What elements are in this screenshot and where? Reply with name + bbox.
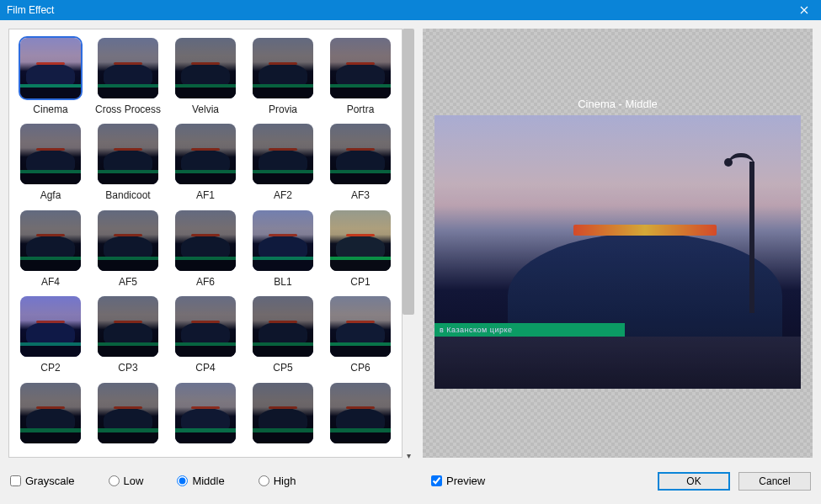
intensity-middle-label: Middle — [192, 475, 224, 487]
effect-label: CP3 — [118, 362, 137, 374]
preview-title: Cinema - Middle — [578, 98, 658, 110]
intensity-middle-radio[interactable]: Middle — [177, 475, 224, 487]
scrollbar[interactable]: ▴ ▾ — [403, 29, 414, 458]
effect-label: AF3 — [351, 189, 370, 201]
effect-label: AF5 — [119, 276, 137, 288]
effect-thumb — [173, 36, 237, 100]
effect-label: CP4 — [195, 362, 215, 374]
effect-label: Agfa — [40, 189, 61, 201]
ok-button[interactable]: OK — [658, 472, 730, 491]
effect-thumb — [328, 294, 392, 358]
effect-cell-provia[interactable]: Provia — [248, 36, 317, 117]
effect-label: Cross Process — [95, 103, 161, 115]
effect-cell-row24[interactable] — [326, 381, 395, 450]
effect-thumb — [251, 209, 315, 273]
preview-checkbox[interactable]: Preview — [431, 475, 485, 487]
effect-cell-af4[interactable]: AF4 — [16, 209, 85, 289]
effect-thumb — [173, 209, 237, 273]
effect-cell-cinema[interactable]: Cinema — [16, 36, 85, 117]
effects-grid: Cinema Cross Process Velvia Provia — [16, 36, 402, 450]
grayscale-checkbox[interactable]: Grayscale — [10, 475, 75, 487]
effect-thumb — [96, 294, 160, 358]
effect-cell-cp4[interactable]: CP4 — [171, 294, 240, 375]
effect-thumb — [251, 36, 315, 100]
titlebar: Film Effect — [0, 0, 821, 20]
effect-thumb — [19, 122, 83, 186]
effect-thumb — [251, 381, 315, 445]
effect-cell-cp3[interactable]: CP3 — [93, 294, 163, 375]
effect-thumb — [173, 122, 237, 186]
effect-label: Bandicoot — [105, 189, 150, 201]
effect-label: CP2 — [40, 362, 60, 374]
effect-cell-row22[interactable] — [171, 381, 240, 450]
effects-panel: Cinema Cross Process Velvia Provia — [8, 29, 414, 458]
effect-thumb — [19, 381, 83, 445]
grayscale-label: Grayscale — [25, 475, 75, 487]
effect-cell-portra[interactable]: Portra — [326, 36, 395, 117]
effect-cell-cp1[interactable]: CP1 — [326, 209, 395, 289]
preview-label: Preview — [446, 475, 485, 487]
preview-panel: Cinema - Middle в Казанском цирке — [423, 29, 813, 458]
effect-cell-bl1[interactable]: BL1 — [248, 209, 317, 289]
effect-thumb — [328, 122, 392, 186]
effect-label: CP5 — [273, 362, 292, 374]
effects-grid-wrap: Cinema Cross Process Velvia Provia — [8, 29, 403, 458]
effect-cell-row23[interactable] — [248, 381, 317, 450]
intensity-high-label: High — [274, 475, 296, 487]
effect-label: BL1 — [274, 276, 291, 288]
effect-thumb — [19, 209, 83, 273]
effect-cell-af3[interactable]: AF3 — [326, 122, 395, 203]
effect-thumb — [328, 381, 392, 445]
effect-label: AF2 — [274, 189, 292, 201]
effect-thumb — [328, 209, 392, 273]
effect-label: Portra — [347, 103, 375, 115]
effect-thumb — [96, 36, 160, 100]
effect-label: AF6 — [196, 276, 215, 288]
effect-label: Velvia — [192, 103, 219, 115]
effect-cell-af5[interactable]: AF5 — [93, 209, 163, 289]
effect-cell-bandicoot[interactable]: Bandicoot — [93, 122, 163, 203]
effect-cell-cp2[interactable]: CP2 — [16, 294, 85, 375]
effect-thumb — [328, 36, 392, 100]
effect-thumb — [96, 381, 160, 445]
effect-cell-row20[interactable] — [16, 381, 85, 450]
content-area: Cinema Cross Process Velvia Provia — [0, 20, 821, 466]
effect-thumb — [251, 122, 315, 186]
effect-thumb — [96, 209, 160, 273]
close-button[interactable] — [787, 0, 821, 20]
effect-label: Cinema — [33, 103, 67, 115]
effect-label: CP1 — [350, 276, 370, 288]
scroll-down-button[interactable]: ▾ — [403, 449, 414, 461]
effect-cell-af2[interactable]: AF2 — [248, 122, 317, 203]
effect-thumb — [173, 381, 237, 445]
intensity-low-radio[interactable]: Low — [109, 475, 144, 487]
effect-thumb — [173, 294, 237, 358]
effect-label: Provia — [269, 103, 297, 115]
cancel-button[interactable]: Cancel — [738, 472, 811, 491]
scroll-thumb[interactable] — [403, 29, 414, 315]
effect-cell-row21[interactable] — [93, 381, 163, 450]
effect-cell-cp5[interactable]: CP5 — [248, 294, 317, 375]
effect-cell-af1[interactable]: AF1 — [171, 122, 240, 203]
effect-cell-cp6[interactable]: CP6 — [326, 294, 395, 375]
effect-thumb — [251, 294, 315, 358]
effect-thumb — [19, 36, 83, 100]
effect-cell-agfa[interactable]: Agfa — [16, 122, 85, 203]
effect-cell-cross-process[interactable]: Cross Process — [93, 36, 163, 117]
effect-label: AF1 — [196, 189, 215, 201]
close-icon — [800, 6, 808, 14]
preview-image: в Казанском цирке — [434, 115, 801, 389]
intensity-high-radio[interactable]: High — [259, 475, 296, 487]
effect-thumb — [96, 122, 160, 186]
effect-cell-af6[interactable]: AF6 — [171, 209, 240, 289]
footer: Grayscale Low Middle High Preview OK Can… — [0, 466, 821, 496]
window-title: Film Effect — [7, 4, 54, 16]
intensity-low-label: Low — [124, 475, 144, 487]
effect-label: AF4 — [41, 276, 60, 288]
effect-label: CP6 — [350, 362, 370, 374]
effect-thumb — [19, 294, 83, 358]
effect-cell-velvia[interactable]: Velvia — [171, 36, 240, 117]
